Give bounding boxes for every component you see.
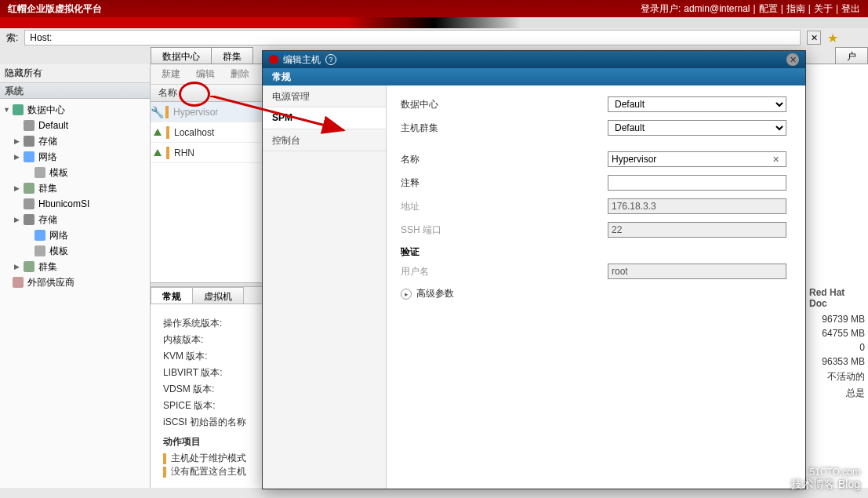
tree-label: 网络 (38, 151, 57, 164)
link-guide[interactable]: 指南 (786, 2, 805, 16)
search-label: 索: (6, 31, 18, 45)
host-name: Hypervisor (170, 107, 218, 118)
close-icon[interactable]: ✕ (786, 53, 799, 66)
tree-icon (35, 230, 45, 241)
right-info-panel: Red Hat Doc 96739 MB64755 MB096353 MB不活动… (805, 64, 868, 488)
dialog-icon (269, 55, 278, 64)
new-button[interactable]: 新建 (155, 65, 187, 83)
label-name: 名称 (401, 153, 608, 166)
dialog-titlebar[interactable]: 编辑主机 ? ✕ (263, 51, 805, 68)
input-name[interactable] (608, 151, 786, 167)
dialog-sidebar: 电源管理 SPM 控制台 (263, 85, 387, 489)
top-header: 红帽企业版虚拟化平台 登录用户: admin@internal | 配置 | 指… (0, 0, 868, 17)
login-user: admin@internal (684, 3, 750, 14)
tree-node[interactable]: HbunicomSI (0, 196, 150, 212)
right-value: 0 (806, 340, 868, 354)
warning-icon (166, 126, 169, 139)
tree-label: 网络 (49, 229, 68, 242)
edit-host-dialog: 编辑主机 ? ✕ 常规 电源管理 SPM 控制台 数据中心 Default 主机… (262, 50, 806, 489)
bookmark-icon[interactable]: ★ (827, 31, 838, 45)
select-hostcluster[interactable]: Default (608, 120, 786, 136)
label-datacenter: 数据中心 (401, 98, 608, 111)
tree-node[interactable]: 网络 (0, 227, 150, 243)
tree-node[interactable]: 模板 (0, 243, 150, 259)
tree-icon (35, 245, 45, 256)
label-sshport: SSH 端口 (401, 224, 608, 237)
warning-icon (165, 106, 169, 118)
tree-icon (24, 198, 35, 209)
tree-node[interactable]: ▶群集 (0, 180, 150, 196)
tree-icon (24, 151, 35, 162)
right-value: 96739 MB (806, 312, 868, 326)
auth-header: 验证 (401, 245, 791, 259)
tab-datacenter[interactable]: 数据中心 (151, 47, 212, 64)
dlg-tab-console[interactable]: 控制台 (263, 129, 386, 151)
tree-node[interactable]: ▶群集 (0, 259, 150, 274)
dialog-subtitle: 常规 (263, 68, 805, 85)
right-title: Red Hat Doc (806, 284, 868, 312)
tab-users[interactable]: 户 (835, 47, 868, 64)
tree-label: 数据中心 (27, 104, 65, 117)
tree-icon (13, 277, 24, 288)
expand-icon: ▶ (14, 216, 22, 224)
dialog-title: 编辑主机 (283, 53, 321, 67)
label-comment: 注释 (401, 176, 608, 190)
tree-icon (24, 214, 35, 225)
subtab-vms[interactable]: 虚拟机 (192, 287, 244, 304)
search-input[interactable] (24, 30, 801, 45)
tree-node[interactable]: Default (0, 118, 150, 133)
link-config[interactable]: 配置 (759, 2, 778, 16)
nav-sidebar: 隐藏所有 系统 ▼数据中心Default▶存储▶网络模板▶群集HbunicomS… (0, 64, 151, 488)
select-datacenter[interactable]: Default (608, 96, 786, 112)
expand-icon: ▼ (3, 106, 11, 114)
expand-icon: ▶ (14, 263, 22, 271)
advanced-toggle[interactable]: ▸ 高级参数 (401, 287, 791, 300)
clear-name-icon[interactable]: ✕ (772, 154, 779, 165)
tree-label: 存储 (38, 135, 57, 148)
tree-node[interactable]: ▶存储 (0, 133, 150, 149)
tree-section-system: 系统 (0, 83, 150, 99)
tree-node[interactable]: 外部供应商 (0, 274, 150, 290)
up-icon (154, 129, 162, 136)
login-prefix: 登录用户: (641, 2, 681, 16)
label-address: 地址 (401, 200, 608, 213)
tab-cluster[interactable]: 群集 (211, 47, 253, 64)
edit-button[interactable]: 编辑 (190, 65, 221, 83)
warning-icon (163, 453, 166, 464)
delete-button[interactable]: 删除 (224, 65, 256, 83)
tree-icon (24, 120, 35, 131)
banner-strip (0, 17, 868, 28)
hide-all[interactable]: 隐藏所有 (5, 67, 42, 80)
host-name: Localhost (171, 127, 214, 138)
help-icon[interactable]: ? (325, 54, 336, 65)
warning-icon (166, 147, 169, 159)
right-value: 96353 MB (806, 354, 868, 369)
tree-icon (24, 261, 35, 272)
warning-icon (163, 467, 166, 478)
expand-icon: ▶ (14, 137, 22, 145)
subtab-general[interactable]: 常规 (151, 287, 193, 304)
tree-icon (13, 104, 24, 115)
right-value: 总是 (806, 385, 868, 402)
clear-search-button[interactable]: ✕ (807, 31, 821, 45)
up-icon (154, 149, 162, 156)
tree-label: 群集 (38, 182, 57, 195)
label-username: 用户名 (401, 265, 608, 278)
wrench-icon: 🔧 (151, 106, 164, 118)
col-name[interactable]: 名称 (151, 85, 264, 101)
tree-node[interactable]: ▶网络 (0, 149, 150, 165)
expand-icon: ▶ (14, 184, 22, 192)
tree-label: 群集 (38, 260, 57, 274)
dlg-tab-power[interactable]: 电源管理 (263, 85, 386, 107)
tree-node[interactable]: ▶存储 (0, 212, 150, 227)
link-about[interactable]: 关于 (814, 2, 833, 16)
right-value: 64755 MB (806, 326, 868, 340)
app-title: 红帽企业版虚拟化平台 (8, 2, 102, 16)
dlg-tab-spm[interactable]: SPM (263, 107, 386, 129)
search-row: 索: ✕ ★ (0, 28, 868, 47)
link-logout[interactable]: 登出 (841, 2, 860, 16)
tree-node[interactable]: ▼数据中心 (0, 102, 150, 118)
tree-node[interactable]: 模板 (0, 165, 150, 180)
input-comment[interactable] (608, 175, 786, 191)
input-sshport (608, 222, 786, 238)
